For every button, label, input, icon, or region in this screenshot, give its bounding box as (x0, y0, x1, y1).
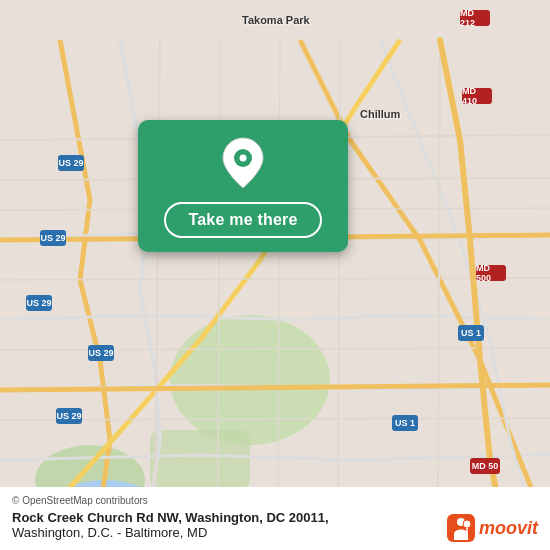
map-container: Takoma Park Chillum US 29 US 29 US 29 US… (0, 0, 550, 550)
svg-rect-3 (150, 430, 250, 490)
svg-point-6 (240, 155, 247, 162)
shield-md410: MD 410 (462, 88, 492, 104)
shield-us29-4: US 29 (88, 345, 114, 361)
shield-us1-2: US 1 (392, 415, 418, 431)
takoma-park-label: Takoma Park (242, 14, 310, 26)
shield-us29-1: US 29 (58, 155, 84, 171)
shield-us29-3: US 29 (26, 295, 52, 311)
take-me-there-button[interactable]: Take me there (164, 202, 321, 238)
location-pin-icon (221, 136, 265, 190)
location-pin-area (221, 136, 265, 194)
shield-us29-5: US 29 (56, 408, 82, 424)
moovit-logo-icon (447, 514, 475, 542)
shield-us1-1: US 1 (458, 325, 484, 341)
moovit-brand-text: moovit (479, 518, 538, 539)
osm-attribution: © OpenStreetMap contributors (12, 495, 538, 506)
moovit-logo: moovit (447, 514, 538, 542)
chillum-label: Chillum (360, 108, 400, 120)
bottom-bar: © OpenStreetMap contributors Rock Creek … (0, 487, 550, 550)
shield-md50: MD 50 (470, 458, 500, 474)
svg-point-1 (170, 315, 330, 445)
map-background (0, 0, 550, 550)
svg-point-9 (463, 520, 471, 528)
shield-md212: MD 212 (460, 10, 490, 26)
take-me-there-card: Take me there (138, 120, 348, 252)
shield-us29-2: US 29 (40, 230, 66, 246)
shield-md500: MD 500 (476, 265, 506, 281)
